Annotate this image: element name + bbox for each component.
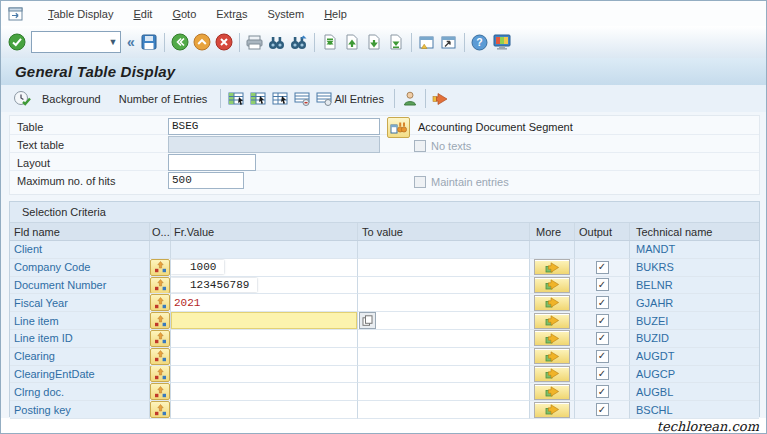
output-checkbox[interactable]: ✓	[596, 332, 609, 345]
last-page-icon[interactable]	[386, 31, 406, 53]
col-from-value: Fr.Value	[171, 223, 358, 240]
output-checkbox[interactable]: ✓	[596, 261, 609, 274]
more-button[interactable]	[534, 384, 570, 400]
select-entries-icon[interactable]	[248, 88, 268, 110]
menu-edit[interactable]: Edit	[123, 4, 162, 24]
menu-system[interactable]: System	[257, 4, 314, 24]
table-input[interactable]: BSEG	[168, 118, 380, 135]
max-hits-label: Maximum no. of hits	[17, 175, 115, 187]
paste-icon[interactable]	[359, 312, 376, 329]
more-button[interactable]	[534, 402, 570, 418]
layout-input[interactable]	[168, 154, 256, 171]
to-value-field[interactable]	[358, 383, 530, 401]
all-entries-icon[interactable]	[314, 88, 334, 110]
to-value-field[interactable]	[358, 294, 530, 312]
to-value-field[interactable]	[358, 330, 530, 348]
delete-entries-icon[interactable]	[292, 88, 312, 110]
to-value-field[interactable]	[358, 366, 530, 384]
selection-option-button[interactable]	[150, 366, 170, 383]
selection-option-button[interactable]	[150, 383, 170, 400]
from-value-field[interactable]: 1000	[171, 259, 358, 277]
output-cell: ✓	[575, 401, 630, 419]
output-checkbox[interactable]: ✓	[596, 385, 609, 398]
option-cell	[150, 277, 171, 295]
selection-option-button[interactable]	[150, 401, 170, 418]
new-session-icon[interactable]	[417, 31, 437, 53]
to-value-field[interactable]	[358, 241, 530, 259]
to-value-field[interactable]	[358, 312, 530, 330]
back-icon[interactable]	[170, 31, 190, 53]
all-entries-button[interactable]: All Entries	[334, 90, 390, 108]
technical-name: AUGBL	[630, 383, 759, 401]
selection-option-button[interactable]	[150, 312, 170, 329]
layout-icon[interactable]	[492, 31, 512, 53]
menu-goto[interactable]: Goto	[162, 4, 206, 24]
find-icon[interactable]	[267, 31, 287, 53]
output-checkbox[interactable]: ✓	[596, 296, 609, 309]
user-settings-icon[interactable]	[400, 88, 420, 110]
selection-option-button[interactable]	[150, 294, 170, 311]
more-button[interactable]	[534, 330, 570, 346]
menu-table-display[interactable]: Table Display	[38, 4, 123, 24]
from-value-field[interactable]	[171, 241, 358, 259]
number-of-entries-button[interactable]: Number of Entries	[110, 90, 217, 108]
selection-option-button[interactable]	[150, 348, 170, 365]
from-value-field[interactable]: 2021	[171, 294, 358, 312]
output-checkbox[interactable]: ✓	[596, 403, 609, 416]
from-value-field[interactable]	[171, 401, 358, 419]
to-value-field[interactable]	[358, 277, 530, 295]
selection-option-button[interactable]	[150, 330, 170, 347]
output-checkbox[interactable]: ✓	[596, 314, 609, 327]
to-value-field[interactable]	[358, 401, 530, 419]
from-value-field[interactable]	[171, 348, 358, 366]
related-tables-icon[interactable]	[387, 117, 410, 138]
from-value-field[interactable]	[171, 383, 358, 401]
from-value-field[interactable]	[171, 330, 358, 348]
sap-session-icon[interactable]	[8, 6, 24, 21]
output-checkbox[interactable]: ✓	[596, 278, 609, 291]
field-name: Company Code	[10, 259, 150, 277]
previous-page-icon[interactable]	[342, 31, 362, 53]
execute-background-icon[interactable]	[12, 88, 32, 110]
selection-option-button[interactable]	[150, 259, 170, 276]
output-checkbox[interactable]: ✓	[596, 367, 609, 380]
more-button[interactable]	[534, 313, 570, 329]
save-icon[interactable]	[139, 31, 159, 53]
background-button[interactable]: Background	[33, 90, 110, 108]
more-button[interactable]	[534, 259, 570, 275]
command-dropdown-icon[interactable]: ▼	[106, 32, 120, 52]
menu-extras[interactable]: Extras	[206, 4, 257, 24]
find-next-icon[interactable]	[289, 31, 309, 53]
to-value-field[interactable]	[358, 348, 530, 366]
command-input[interactable]	[32, 34, 106, 50]
more-button[interactable]	[534, 366, 570, 382]
from-value-field[interactable]	[171, 366, 358, 384]
from-value-field[interactable]	[171, 312, 358, 330]
next-page-icon[interactable]	[364, 31, 384, 53]
more-cell	[530, 277, 575, 295]
max-hits-input[interactable]: 500	[168, 172, 244, 189]
field-name: Line item	[10, 312, 150, 330]
table-contents-icon[interactable]	[226, 88, 246, 110]
display-entries-icon[interactable]	[270, 88, 290, 110]
more-cell	[530, 312, 575, 330]
selection-option-button[interactable]	[150, 277, 170, 294]
collapse-icon[interactable]: «	[124, 34, 138, 50]
more-button[interactable]	[534, 348, 570, 364]
help-icon[interactable]: ?	[470, 31, 490, 53]
command-field[interactable]: ▼	[31, 31, 121, 53]
output-checkbox[interactable]: ✓	[596, 350, 609, 363]
print-icon[interactable]	[245, 31, 265, 53]
to-value-field[interactable]	[358, 259, 530, 277]
enter-icon[interactable]	[7, 31, 27, 53]
watermark: techlorean.com	[657, 419, 759, 434]
cancel-icon[interactable]	[214, 31, 234, 53]
more-button[interactable]	[534, 277, 570, 293]
exit-icon[interactable]	[192, 31, 212, 53]
more-button[interactable]	[534, 295, 570, 311]
end-session-icon[interactable]	[431, 88, 451, 110]
menu-help[interactable]: Help	[314, 4, 357, 24]
first-page-icon[interactable]	[320, 31, 340, 53]
shortcut-icon[interactable]	[439, 31, 459, 53]
from-value-field[interactable]: 123456789	[171, 277, 358, 295]
